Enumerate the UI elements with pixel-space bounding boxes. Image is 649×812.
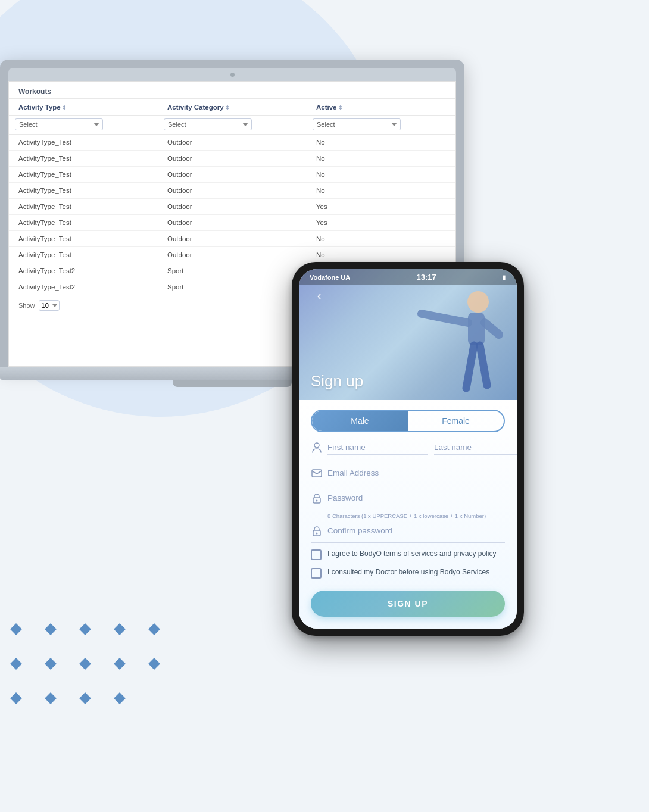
cell-active: No — [307, 135, 455, 151]
cell-category: Outdoor — [158, 247, 307, 263]
dot-row-3 — [12, 694, 158, 702]
diamond-icon — [114, 623, 126, 635]
cell-type: ActivityType_Test — [9, 167, 158, 183]
phone-device: Vodafone UA 13:17 ▮ ‹ — [292, 262, 524, 636]
diamond-icon — [10, 623, 22, 635]
table-row: ActivityType_Test Outdoor Yes — [9, 199, 455, 215]
envelope-svg — [311, 469, 322, 477]
svg-line-3 — [485, 323, 499, 335]
dot-row-2 — [12, 660, 158, 668]
svg-point-6 — [314, 443, 319, 448]
cell-type: ActivityType_Test — [9, 231, 158, 247]
back-button[interactable]: ‹ — [310, 286, 329, 305]
signup-button[interactable]: SIGN UP — [311, 591, 505, 617]
password-row — [311, 491, 505, 510]
col-active[interactable]: Active — [307, 99, 455, 116]
svg-point-9 — [316, 499, 318, 501]
svg-point-0 — [467, 291, 489, 313]
cell-active: No — [307, 183, 455, 199]
table-row: ActivityType_Test Outdoor Yes — [9, 215, 455, 231]
cell-category: Outdoor — [158, 167, 307, 183]
cell-active: Yes — [307, 199, 455, 215]
cell-category: Sport — [158, 279, 307, 295]
diamond-icon — [45, 658, 57, 670]
name-fields-row — [311, 441, 505, 460]
phone-hero: Vodafone UA 13:17 ▮ ‹ — [299, 269, 517, 400]
time-label: 13:17 — [417, 273, 436, 282]
svg-point-11 — [316, 532, 318, 534]
table-row: ActivityType_Test Outdoor No — [9, 183, 455, 199]
terms-checkbox[interactable] — [311, 549, 322, 560]
hero-figure — [410, 281, 505, 400]
signup-title: Sign up — [311, 372, 363, 391]
cell-category: Sport — [158, 263, 307, 279]
cell-category: Outdoor — [158, 151, 307, 167]
doctor-checkbox-row: I consulted my Doctor before using Bodyo… — [311, 567, 505, 579]
laptop-camera-bar — [8, 68, 456, 81]
diamond-icon — [114, 658, 126, 670]
email-input[interactable] — [327, 466, 505, 480]
cell-category: Outdoor — [158, 231, 307, 247]
status-icons: ▮ — [503, 274, 506, 280]
cell-active: Yes — [307, 215, 455, 231]
cell-category: Outdoor — [158, 199, 307, 215]
male-button[interactable]: Male — [312, 411, 408, 431]
name-fields — [327, 441, 517, 455]
password-hint: 8 Characters (1 x UPPERCASE + 1 x lowerc… — [311, 513, 505, 519]
svg-line-4 — [466, 345, 474, 388]
type-filter-cell: Select — [9, 116, 158, 135]
diamond-icon — [148, 658, 160, 670]
table-row: ActivityType_Test Outdoor No — [9, 151, 455, 167]
carrier-label: Vodafone UA — [310, 274, 350, 281]
active-filter[interactable]: Select — [313, 118, 401, 130]
cell-active: No — [307, 167, 455, 183]
first-name-input[interactable] — [327, 441, 428, 455]
confirm-password-row — [311, 524, 505, 543]
cell-type: ActivityType_Test2 — [9, 279, 158, 295]
diamond-icon — [79, 623, 91, 635]
svg-rect-1 — [468, 313, 485, 345]
active-filter-cell: Select — [307, 116, 455, 135]
phone-inner: Vodafone UA 13:17 ▮ ‹ — [299, 269, 517, 629]
cell-type: ActivityType_Test — [9, 183, 158, 199]
page-title: Workouts — [9, 82, 455, 99]
laptop-stand — [173, 380, 292, 387]
cell-type: ActivityType_Test2 — [9, 263, 158, 279]
cell-type: ActivityType_Test — [9, 215, 158, 231]
email-icon — [311, 467, 323, 479]
last-name-input[interactable] — [434, 441, 517, 455]
status-bar: Vodafone UA 13:17 ▮ — [299, 269, 517, 285]
laptop-camera — [230, 73, 235, 77]
table-header-row: Activity Type Activity Category Active — [9, 99, 455, 116]
person-svg — [311, 442, 322, 453]
cell-category: Outdoor — [158, 215, 307, 231]
cell-type: ActivityType_Test — [9, 151, 158, 167]
email-row — [311, 466, 505, 485]
cell-category: Outdoor — [158, 183, 307, 199]
svg-line-5 — [480, 345, 487, 385]
per-page-select[interactable]: 10 — [39, 300, 60, 311]
diamond-icon — [10, 658, 22, 670]
activity-category-filter[interactable]: Select — [164, 118, 252, 130]
password-input[interactable] — [327, 491, 505, 505]
diamond-icon — [45, 623, 57, 635]
lock-svg — [312, 493, 322, 504]
terms-checkbox-row: I agree to BodyO terms of services and p… — [311, 549, 505, 560]
svg-rect-7 — [312, 470, 322, 477]
confirm-lock-icon — [311, 525, 323, 537]
doctor-checkbox[interactable] — [311, 568, 322, 579]
col-activity-category[interactable]: Activity Category — [158, 99, 307, 116]
terms-label: I agree to BodyO terms of services and p… — [327, 549, 496, 559]
table-row: ActivityType_Test Outdoor No — [9, 247, 455, 263]
category-filter-cell: Select — [158, 116, 307, 135]
gender-toggle[interactable]: Male Female — [311, 410, 505, 432]
cell-type: ActivityType_Test — [9, 247, 158, 263]
female-button[interactable]: Female — [408, 411, 504, 431]
person-icon — [311, 442, 323, 454]
table-row: ActivityType_Test Outdoor No — [9, 231, 455, 247]
activity-type-filter[interactable]: Select — [15, 118, 103, 130]
confirm-password-input[interactable] — [327, 524, 505, 538]
diamond-icon — [114, 692, 126, 704]
col-activity-type[interactable]: Activity Type — [9, 99, 158, 116]
lock2-svg — [312, 526, 322, 536]
